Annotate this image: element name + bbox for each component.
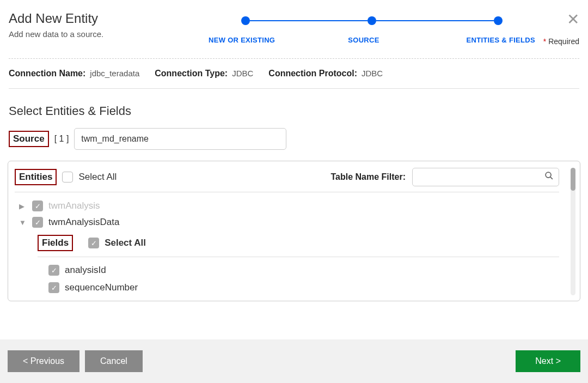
step-connector: [376, 20, 494, 21]
fields-select-all-label: Select All: [105, 238, 146, 248]
section-title: Select Entities & Fields: [0, 89, 588, 128]
source-label: Source: [9, 131, 49, 147]
wizard-stepper: NEW OR EXISTING SOURCE ENTITIES & FIELDS: [156, 11, 588, 44]
next-button[interactable]: Next >: [516, 350, 580, 372]
fields-label: Fields: [38, 235, 73, 251]
search-icon[interactable]: [544, 171, 554, 183]
field-label: sequenceNumber: [65, 282, 138, 293]
connection-type-label: Connection Type:: [155, 69, 228, 78]
field-row-sequenceNumber[interactable]: ✓ sequenceNumber: [38, 279, 559, 296]
table-filter-input[interactable]: [412, 168, 559, 186]
page-subtitle: Add new data to a source.: [9, 29, 156, 39]
step-label-new-or-existing[interactable]: NEW OR EXISTING: [209, 36, 290, 44]
field-row-analysisId[interactable]: ✓ analysisId: [38, 262, 559, 279]
source-count: [ 1 ]: [54, 134, 69, 144]
entity-label: twmAnalysis: [48, 200, 100, 211]
connection-name-value: jdbc_teradata: [90, 69, 139, 78]
chevron-right-icon[interactable]: ▶: [19, 202, 27, 210]
field-label: analysisId: [65, 265, 106, 276]
field-checkbox[interactable]: ✓: [48, 265, 59, 276]
table-filter-label: Table Name Filter:: [330, 172, 406, 182]
connection-type-value: JDBC: [232, 69, 253, 78]
entity-row-twmAnalysisData[interactable]: ▼ ✓ twmAnalysisData: [15, 214, 559, 230]
svg-line-1: [550, 177, 553, 179]
entity-row-twmAnalysis[interactable]: ▶ ✓ twmAnalysis: [15, 198, 559, 214]
page-title: Add New Entity: [9, 11, 156, 26]
cancel-button[interactable]: Cancel: [85, 350, 143, 372]
close-icon[interactable]: ✕: [567, 12, 579, 27]
source-input[interactable]: [74, 128, 286, 150]
fields-select-all-checkbox[interactable]: ✓: [88, 238, 99, 248]
entity-checkbox[interactable]: ✓: [32, 200, 43, 211]
chevron-down-icon[interactable]: ▼: [19, 218, 27, 227]
connection-protocol-label: Connection Protocol:: [268, 69, 357, 78]
entity-label: twmAnalysisData: [48, 217, 119, 228]
step-node-1[interactable]: [241, 16, 250, 25]
scrollbar[interactable]: [571, 168, 575, 295]
field-checkbox[interactable]: ✓: [48, 282, 59, 293]
entities-label: Entities: [15, 169, 57, 185]
required-indicator: * Required: [543, 37, 579, 46]
entity-checkbox[interactable]: ✓: [32, 217, 43, 228]
step-node-2[interactable]: [367, 16, 376, 25]
step-node-3[interactable]: [494, 16, 503, 25]
connection-protocol-value: JDBC: [362, 69, 383, 78]
step-connector: [250, 20, 367, 21]
scrollbar-thumb[interactable]: [571, 168, 575, 191]
previous-button[interactable]: < Previous: [8, 350, 79, 372]
step-label-entities-fields[interactable]: ENTITIES & FIELDS: [437, 36, 535, 44]
connection-name-label: Connection Name:: [9, 69, 85, 78]
step-label-source[interactable]: SOURCE: [336, 36, 391, 44]
entities-select-all-label: Select All: [78, 172, 117, 183]
entities-select-all-checkbox[interactable]: [62, 172, 73, 183]
svg-point-0: [546, 172, 551, 178]
